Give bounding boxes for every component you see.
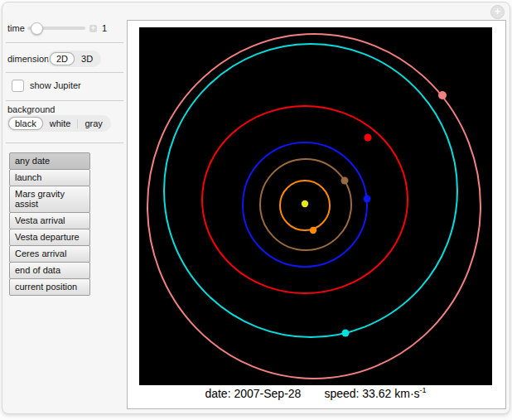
preset-button-ceres-arrival[interactable]: Ceres arrival xyxy=(9,245,90,263)
plot-panel: date: 2007-Sep-28speed: 33.62 km·s-1 xyxy=(127,20,506,409)
preset-button-list: any datelaunchMars gravity assistVesta a… xyxy=(9,152,90,296)
plus-stepper-icon: + xyxy=(91,24,95,32)
speed-exponent: -1 xyxy=(420,386,427,394)
orbit-plot xyxy=(139,27,492,385)
preset-button-current-position[interactable]: current position xyxy=(9,278,90,296)
time-control-row: time + 1 xyxy=(7,22,107,35)
mars-dot xyxy=(365,134,372,142)
time-label: time xyxy=(7,23,27,33)
venus-dot xyxy=(341,177,349,185)
preset-button-mars-gravity-assist[interactable]: Mars gravity assist xyxy=(9,186,90,213)
background-toggle: blackwhitegray xyxy=(7,115,111,132)
dimension-option-2d[interactable]: 2D xyxy=(50,52,75,65)
background-option-white[interactable]: white xyxy=(43,117,78,130)
preset-button-launch[interactable]: launch xyxy=(9,169,90,186)
dimension-option-3d[interactable]: 3D xyxy=(75,52,99,65)
time-slider[interactable] xyxy=(27,22,85,35)
divider xyxy=(6,42,123,43)
manipulate-panel: + time + 1 dimension 2D3D show Jupiter b… xyxy=(2,2,510,414)
preset-button-any-date[interactable]: any date xyxy=(9,152,90,170)
show-jupiter-row: show Jupiter xyxy=(12,79,81,92)
mars-orbit xyxy=(202,106,408,293)
manipulate-options-button[interactable]: + xyxy=(490,5,505,19)
divider xyxy=(6,100,123,101)
preset-button-vesta-departure[interactable]: Vesta departure xyxy=(9,229,90,246)
show-jupiter-checkbox[interactable] xyxy=(12,80,24,92)
earth-dot xyxy=(364,196,371,203)
time-expand-button[interactable]: + xyxy=(89,25,97,32)
sun-dot xyxy=(302,200,308,207)
divider xyxy=(6,142,123,143)
show-jupiter-label: show Jupiter xyxy=(30,80,81,90)
mercury-dot xyxy=(310,227,316,234)
background-option-black[interactable]: black xyxy=(8,117,43,130)
orbit-plot-svg xyxy=(139,27,492,385)
speed-text: speed: 33.62 km·s xyxy=(324,387,419,400)
background-label: background xyxy=(7,104,56,114)
preset-button-end-of-data[interactable]: end of data xyxy=(9,262,90,279)
dimension-control-row: dimension 2D3D xyxy=(7,50,101,68)
vesta-dot xyxy=(342,330,350,337)
background-option-gray[interactable]: gray xyxy=(78,117,109,130)
ceres-dot xyxy=(438,91,447,99)
plot-caption: date: 2007-Sep-28speed: 33.62 km·s-1 xyxy=(139,387,492,400)
plus-icon: + xyxy=(491,6,504,18)
speed-readout: speed: 33.62 km·s-1 xyxy=(324,387,426,400)
divider xyxy=(6,72,123,73)
ceres-orbit xyxy=(147,34,481,379)
time-slider-thumb[interactable] xyxy=(31,22,43,35)
date-readout: date: 2007-Sep-28 xyxy=(205,387,301,400)
dimension-toggle: 2D3D xyxy=(48,51,101,67)
time-value: 1 xyxy=(102,23,107,33)
dimension-label: dimension xyxy=(7,54,48,64)
preset-button-vesta-arrival[interactable]: Vesta arrival xyxy=(9,212,90,229)
